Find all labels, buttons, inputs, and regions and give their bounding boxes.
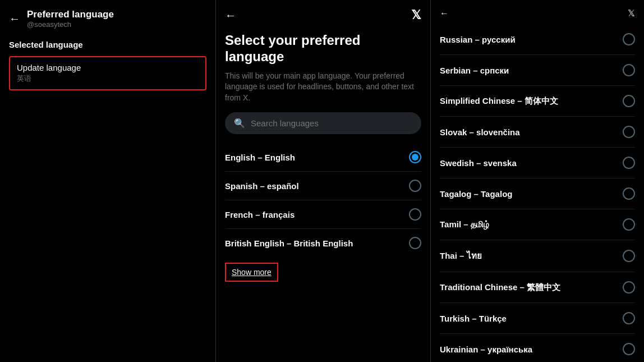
list-item[interactable]: Ukrainian – українська xyxy=(440,334,635,362)
update-language-item[interactable]: Update language 英语 xyxy=(9,56,206,90)
list-item[interactable]: French – français xyxy=(225,200,421,229)
lang-label: Spanish – español xyxy=(225,181,299,191)
middle-content: Select your preferred language This will… xyxy=(216,28,430,362)
radio-french[interactable] xyxy=(409,208,421,221)
update-language-title: Update language xyxy=(17,63,199,72)
list-item[interactable]: Tamil – தமிழ் xyxy=(440,209,635,240)
right-language-list: Russian – русский Serbian – српски Simpl… xyxy=(431,24,644,362)
list-item[interactable]: Russian – русский xyxy=(440,24,635,55)
lang-label: Tagalog – Tagalog xyxy=(440,189,512,199)
middle-panel: ← 𝕏 Select your preferred language This … xyxy=(216,0,431,362)
radio-spanish[interactable] xyxy=(409,180,421,192)
select-language-description: This will be your main app language. You… xyxy=(225,71,421,104)
list-item[interactable]: Slovak – slovenčina xyxy=(440,117,635,148)
list-item[interactable]: Spanish – español xyxy=(225,172,421,200)
search-input[interactable] xyxy=(251,118,412,128)
lang-label: Traditional Chinese – 繁體中文 xyxy=(440,282,560,293)
radio-tagalog[interactable] xyxy=(623,187,635,200)
lang-label: Simplified Chinese – 简体中文 xyxy=(440,96,558,107)
radio-serbian[interactable] xyxy=(623,64,635,76)
screen-title: Preferred language xyxy=(27,9,114,20)
left-top-bar: ← Preferred language @soeasytech xyxy=(9,9,206,29)
left-back-arrow[interactable]: ← xyxy=(9,12,20,25)
search-box[interactable]: 🔍 xyxy=(225,112,421,134)
account-handle: @soeasytech xyxy=(27,20,114,29)
radio-russian[interactable] xyxy=(623,33,635,45)
search-icon: 🔍 xyxy=(234,118,245,129)
radio-ukrainian[interactable] xyxy=(623,343,635,355)
show-more-link[interactable]: Show more xyxy=(232,268,272,277)
middle-back-arrow[interactable]: ← xyxy=(225,9,236,22)
list-item[interactable]: Thai – ไทย xyxy=(440,240,635,272)
lang-label: Slovak – slovenčina xyxy=(440,127,520,137)
lang-label: Thai – ไทย xyxy=(440,249,482,263)
list-item[interactable]: Serbian – српски xyxy=(440,55,635,86)
radio-thai[interactable] xyxy=(623,250,635,262)
lang-label: Serbian – српски xyxy=(440,66,509,75)
list-item[interactable]: English – English xyxy=(225,143,421,172)
radio-slovak[interactable] xyxy=(623,126,635,138)
radio-british-english[interactable] xyxy=(409,237,421,249)
list-item[interactable]: Swedish – svenska xyxy=(440,148,635,178)
lang-label: Tamil – தமிழ் xyxy=(440,219,489,230)
radio-tamil[interactable] xyxy=(623,218,635,231)
list-item[interactable]: Traditional Chinese – 繁體中文 xyxy=(440,272,635,303)
radio-simplified-chinese[interactable] xyxy=(623,95,635,107)
lang-label: Russian – русский xyxy=(440,35,516,44)
right-x-logo: 𝕏 xyxy=(628,8,635,19)
middle-language-list: English – English Spanish – español Fren… xyxy=(225,143,421,257)
lang-label: Turkish – Türkçe xyxy=(440,314,507,323)
right-back-arrow[interactable]: ← xyxy=(440,8,449,19)
right-top-bar: ← 𝕏 xyxy=(431,0,644,24)
left-panel: ← Preferred language @soeasytech Selecte… xyxy=(0,0,216,362)
lang-label: British English – British English xyxy=(225,239,353,248)
left-title-block: Preferred language @soeasytech xyxy=(27,9,114,29)
select-language-heading: Select your preferred language xyxy=(225,33,421,65)
selected-language-label: Selected language xyxy=(9,40,206,49)
radio-turkish[interactable] xyxy=(623,312,635,324)
list-item[interactable]: British English – British English xyxy=(225,229,421,257)
list-item[interactable]: Tagalog – Tagalog xyxy=(440,178,635,209)
update-language-subtitle: 英语 xyxy=(17,74,199,84)
lang-label: French – français xyxy=(225,210,295,219)
show-more-box[interactable]: Show more xyxy=(225,263,278,282)
radio-english[interactable] xyxy=(409,151,421,163)
middle-x-logo: 𝕏 xyxy=(411,8,421,22)
radio-traditional-chinese[interactable] xyxy=(623,281,635,294)
lang-label: Swedish – svenska xyxy=(440,158,517,168)
right-panel: ← 𝕏 Russian – русский Serbian – српски S… xyxy=(431,0,644,362)
lang-label: Ukrainian – українська xyxy=(440,345,532,354)
middle-top-bar: ← 𝕏 xyxy=(216,0,430,28)
radio-swedish[interactable] xyxy=(623,157,635,169)
lang-label: English – English xyxy=(225,153,295,162)
list-item[interactable]: Turkish – Türkçe xyxy=(440,303,635,334)
list-item[interactable]: Simplified Chinese – 简体中文 xyxy=(440,86,635,117)
